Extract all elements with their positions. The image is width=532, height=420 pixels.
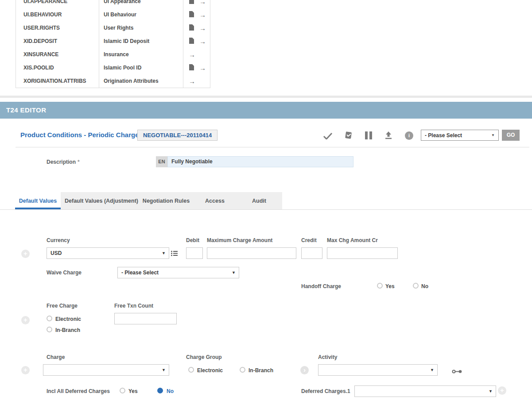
row-label: UI Appearance [99,0,183,8]
tab-access[interactable]: Access [197,192,233,209]
table-row[interactable]: XID.DEPOSIT Islamic ID Deposit → [16,35,210,48]
row-code: XID.DEPOSIT [16,35,99,48]
charge-select[interactable]: ▼ [43,364,169,376]
max-chg-amount-cr-input[interactable] [327,247,398,259]
arrow-right-icon[interactable]: → [199,0,206,5]
document-icon[interactable] [189,11,194,19]
handoff-charge-yes-label: Yes [385,283,395,289]
header-divider [16,147,529,147]
free-charge-in-branch-label: In-Branch [55,327,80,333]
document-icon[interactable] [189,38,194,45]
table-row[interactable]: UI.APPEARANCE UI Appearance → [16,0,210,8]
table-row[interactable]: USER.RIGHTS User Rights → [16,21,210,35]
debit-label: Debit [186,237,199,243]
currency-label: Currency [47,237,70,243]
add-row-icon[interactable]: + [21,366,30,374]
document-icon[interactable] [189,0,194,5]
caret-down-icon: ▼ [489,389,493,393]
deferred-charges-1-select[interactable]: ▼ [354,385,496,397]
incl-deferred-no-label: No [167,388,174,394]
description-field[interactable]: Fully Negotiable [167,156,353,167]
t24-editor-title: T24 EDITOR [6,102,532,119]
t24-editor-bar: T24 EDITOR [0,102,532,119]
row-code: XIS.POOLID [16,61,99,74]
charge-group-in-branch-radio[interactable] [240,367,245,373]
waive-charge-select[interactable]: - Please Select ▼ [117,267,239,278]
credit-input[interactable] [301,247,322,259]
handoff-charge-label: Handoff Charge [301,283,341,289]
add-deferred-charge-icon[interactable]: + [498,386,506,395]
incl-all-deferred-charges-label: Incl All Deferred Charges [47,388,110,394]
handoff-charge-no-radio[interactable] [413,283,419,289]
header-action-select-value: - Please Select [425,132,462,139]
free-charge-in-branch-radio[interactable] [47,327,52,332]
activity-select[interactable]: ▼ [318,364,438,376]
charge-group-label: Charge Group [186,354,222,360]
header-action-select[interactable]: - Please Select ▼ [421,130,499,141]
debit-input[interactable] [186,247,203,259]
credit-label: Credit [301,237,317,243]
arrow-right-icon[interactable]: → [199,65,206,71]
caret-down-icon: ▼ [162,368,166,372]
row-label: User Rights [99,21,183,35]
enquiry-table: UI.APPEARANCE UI Appearance → UI.BEHAVIO… [16,0,210,88]
incl-deferred-no-radio[interactable] [157,388,163,393]
tab-divider [0,209,532,210]
tab-bar: Default Values Default Values (Adjustmen… [15,192,282,209]
t24-page: UI.APPEARANCE UI Appearance → UI.BEHAVIO… [0,0,532,420]
max-charge-amount-label: Maximum Charge Amount [207,237,272,243]
free-txn-count-input[interactable] [114,313,177,324]
caret-down-icon: ▼ [232,270,236,275]
caret-down-icon: ▼ [491,133,495,137]
expand-chevron-icon[interactable]: › [300,366,309,374]
charge-group-electronic-label: Electronic [197,367,223,374]
waive-charge-label: Waive Charge [47,270,82,276]
arrow-right-icon[interactable]: → [199,25,206,31]
free-charge-electronic-radio[interactable] [47,316,52,321]
currency-select[interactable]: USD ▼ [47,247,169,259]
row-code: XINSURANCE [16,48,99,61]
currency-select-value: USD [50,250,62,256]
max-charge-amount-input[interactable] [207,247,296,259]
add-row-icon[interactable]: + [21,250,30,258]
row-label: Islamic Pool ID [99,61,183,74]
lookup-list-icon[interactable] [171,250,178,258]
link-key-icon[interactable] [452,368,462,376]
handoff-charge-yes-radio[interactable] [377,283,383,289]
charge-group-electronic-radio[interactable] [188,367,194,373]
table-row[interactable]: XIS.POOLID Islamic Pool ID → [16,61,210,74]
tab-default-values[interactable]: Default Values [15,192,61,209]
language-tag: EN [156,156,167,167]
table-row[interactable]: XORIGINATION.ATTRIBS Origination Attribu… [16,74,210,88]
table-row[interactable]: UI.BEHAVIOUR UI Behaviour → [16,8,210,21]
tab-audit[interactable]: Audit [244,192,275,209]
document-icon[interactable] [189,64,194,72]
row-code: USER.RIGHTS [16,21,99,35]
upload-icon[interactable] [384,131,392,141]
section-divider [0,96,532,98]
incl-deferred-yes-radio[interactable] [120,388,125,393]
free-charge-electronic-label: Electronic [55,316,81,322]
tab-default-values-adjustment[interactable]: Default Values (Adjustment) [63,192,140,209]
record-id-badge: NEGOTIABLE---20110414 [137,130,217,141]
validate-icon[interactable] [344,131,353,142]
add-row-icon[interactable]: + [21,316,30,324]
hold-pause-icon[interactable] [365,131,372,139]
tab-negotiation-rules[interactable]: Negotiation Rules [142,192,190,209]
arrow-right-icon[interactable]: → [199,38,206,45]
arrow-right-icon[interactable]: → [189,78,195,85]
arrow-right-icon[interactable]: → [189,51,195,58]
caret-down-icon: ▼ [430,368,434,372]
incl-deferred-yes-label: Yes [128,388,138,394]
description-label: Description* [47,159,80,165]
arrow-right-icon[interactable]: → [199,12,206,18]
charge-label: Charge [47,354,65,360]
commit-check-icon[interactable] [323,132,333,141]
waive-charge-select-value: - Please Select [121,270,159,276]
deferred-charges-1-label: Deferred Charges.1 [301,388,350,394]
table-row[interactable]: XINSURANCE Insurance → [16,48,210,61]
charge-group-in-branch-label: In-Branch [249,367,273,374]
go-button[interactable]: GO [502,130,520,141]
document-icon[interactable] [189,24,194,32]
info-icon[interactable]: i [405,131,413,140]
